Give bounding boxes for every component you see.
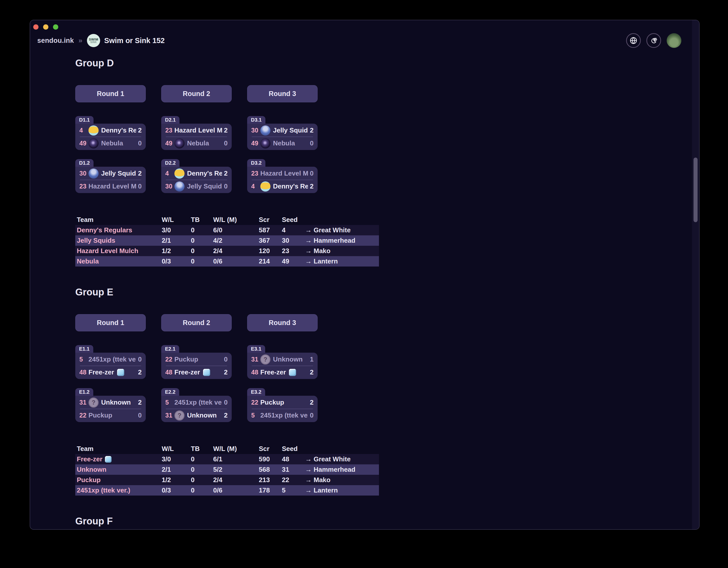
dennys-logo-avatar: [260, 182, 270, 192]
match-e2-1[interactable]: E2.1 22 Puckup 0 48 Free-zer 2: [161, 345, 232, 379]
team-seed: 5: [79, 356, 88, 363]
match-d2-2[interactable]: D2.2 4 Denny's Re… 2 30 Jelly Squids: [161, 159, 232, 193]
destination-cell: → Mako: [305, 247, 379, 255]
wl-cell: 0/3: [162, 258, 191, 265]
match-id-badge: E3.1: [247, 345, 265, 353]
column-header-wlm: W/L (M): [213, 216, 259, 224]
match-id-badge: D2.1: [161, 116, 179, 124]
team-seed: 4: [251, 183, 260, 190]
round-1-button[interactable]: Round 1: [75, 314, 146, 331]
tournament-title[interactable]: Swim or Sink 152: [104, 37, 165, 45]
team-link[interactable]: Hazard Level Mulch: [77, 247, 162, 255]
round-3-button[interactable]: Round 3: [247, 85, 318, 102]
user-avatar[interactable]: [667, 33, 681, 48]
match-e3-2[interactable]: E3.2 22 Puckup 2 5 2451xp (ttek ver.) 0: [247, 388, 318, 422]
team-score: 0: [308, 170, 314, 177]
match-d1-2[interactable]: D1.2 30 Jelly Squids 2 23 Hazard Level M…: [75, 159, 146, 193]
match-e1-1[interactable]: E1.1 5 2451xp (ttek ver.) 0 48 Free-zer: [75, 345, 146, 379]
team-link[interactable]: Nebula: [77, 258, 162, 265]
team-seed: 49: [251, 140, 260, 147]
team-link[interactable]: Denny's Regulars: [77, 226, 162, 234]
match-team-row: 5 2451xp (ttek ver.) 0: [165, 396, 228, 409]
tb-cell: 0: [191, 486, 213, 494]
wlm-cell: 6/0: [213, 226, 259, 234]
scr-cell: 213: [259, 476, 282, 484]
table-row: Jelly Squids 2/1 0 4/2 367 30 → Hammerhe…: [75, 235, 379, 246]
team-seed: 4: [165, 170, 174, 177]
seed-cell: 49: [282, 258, 305, 265]
round-2-button[interactable]: Round 2: [161, 314, 232, 331]
team-score: 0: [222, 139, 228, 147]
match-team-row: 48 Free-zer 2: [251, 366, 314, 378]
team-link[interactable]: Jelly Squids: [77, 237, 162, 245]
match-id-badge: E1.1: [75, 345, 93, 353]
match-id-badge: E3.2: [247, 388, 265, 396]
team-link[interactable]: Free-zer: [77, 455, 162, 463]
match-d2-1[interactable]: D2.1 23 Hazard Level M… 2 49 Nebula 0: [161, 116, 232, 150]
match-card: 23 Hazard Level M… 2 49 Nebula 0: [161, 124, 232, 150]
wl-cell: 0/3: [162, 486, 191, 494]
match-team-row: 4 Denny's Re… 2: [79, 124, 142, 137]
match-card: 31 ? Unknown 2 22 Puckup 0: [75, 396, 146, 422]
team-link[interactable]: Puckup: [77, 476, 162, 484]
tournament-logo[interactable]: SWIM SINK: [87, 34, 100, 47]
tb-cell: 0: [191, 226, 213, 234]
match-d3-2[interactable]: D3.2 23 Hazard Level M… 0 4 Denny's Re…: [247, 159, 318, 193]
standings-header-row: Team W/L TB W/L (M) Scr Seed: [75, 214, 379, 225]
match-card: 5 2451xp (ttek ver.) 0 48 Free-zer 2: [75, 353, 146, 379]
close-window-button[interactable]: [33, 24, 39, 30]
match-d1-1[interactable]: D1.1 4 Denny's Re… 2 49 Nebula: [75, 116, 146, 150]
group-e-rounds: Round 1 Round 2 Round 3: [75, 314, 699, 331]
match-e1-2[interactable]: E1.2 31 ? Unknown 2 22 Puckup 0: [75, 388, 146, 422]
destination-cell: → Great White: [305, 455, 379, 463]
scr-cell: 590: [259, 455, 282, 463]
team-seed: 30: [165, 183, 174, 190]
breadcrumb-separator-icon: »: [79, 37, 83, 45]
team-seed: 48: [165, 369, 174, 376]
language-globe-button[interactable]: [626, 33, 641, 48]
tb-cell: 0: [191, 247, 213, 255]
browser-window: sendou.ink » SWIM SINK Swim or Sink 152: [30, 20, 700, 530]
team-name: Nebula: [273, 139, 295, 147]
column-header-seed: Seed: [282, 445, 305, 453]
round-1-button[interactable]: Round 1: [75, 85, 146, 102]
scrollbar-track[interactable]: [692, 20, 699, 529]
team-score: 2: [222, 170, 228, 177]
team-score: 0: [222, 183, 228, 190]
team-score: 0: [136, 411, 142, 419]
table-row: Denny's Regulars 3/0 0 6/0 587 4 → Great…: [75, 225, 379, 235]
match-e3-1[interactable]: E3.1 31 ? Unknown 1 48 Free-zer: [247, 345, 318, 379]
team-link[interactable]: Unknown: [77, 466, 162, 473]
wl-cell: 2/1: [162, 466, 191, 473]
brand-link[interactable]: sendou.ink: [37, 37, 74, 45]
scr-cell: 568: [259, 466, 282, 473]
match-d3-1[interactable]: D3.1 30 Jelly Squids 2 49 Nebula: [247, 116, 318, 150]
round-3-button[interactable]: Round 3: [247, 314, 318, 331]
table-row: Nebula 0/3 0 0/6 214 49 → Lantern: [75, 256, 379, 267]
team-name: Jelly Squids: [273, 126, 308, 134]
team-score: 2: [136, 126, 142, 134]
scr-cell: 587: [259, 226, 282, 234]
titlebar: [30, 20, 699, 31]
group-d-rounds: Round 1 Round 2 Round 3: [75, 85, 699, 102]
match-card: 5 2451xp (ttek ver.) 0 31 ? Unknown 2: [161, 396, 232, 422]
scrollbar-thumb[interactable]: [694, 158, 698, 222]
maximize-window-button[interactable]: [53, 24, 58, 30]
question-mark-avatar: ?: [174, 410, 185, 420]
team-name: Puckup: [174, 355, 198, 363]
ice-cube-icon: [289, 369, 296, 376]
minimize-window-button[interactable]: [43, 24, 48, 30]
team-link[interactable]: 2451xp (ttek ver.): [77, 486, 162, 494]
team-name: Free-zer: [174, 368, 200, 376]
tb-cell: 0: [191, 258, 213, 265]
top-nav: sendou.ink » SWIM SINK Swim or Sink 152: [30, 31, 699, 50]
team-score: 2: [136, 398, 142, 406]
group-e-section: Group E Round 1 Round 2 Round 3 E1.1 5 2…: [75, 286, 699, 496]
theme-toggle-button[interactable]: [646, 33, 661, 48]
round-2-button[interactable]: Round 2: [161, 85, 232, 102]
wlm-cell: 0/6: [213, 258, 259, 265]
match-e2-2[interactable]: E2.2 5 2451xp (ttek ver.) 0 31 ? Unknown: [161, 388, 232, 422]
match-team-row: 4 Denny's Re… 2: [251, 180, 314, 193]
team-seed: 22: [79, 412, 88, 419]
group-d-matches: D1.1 4 Denny's Re… 2 49 Nebula: [75, 116, 699, 193]
